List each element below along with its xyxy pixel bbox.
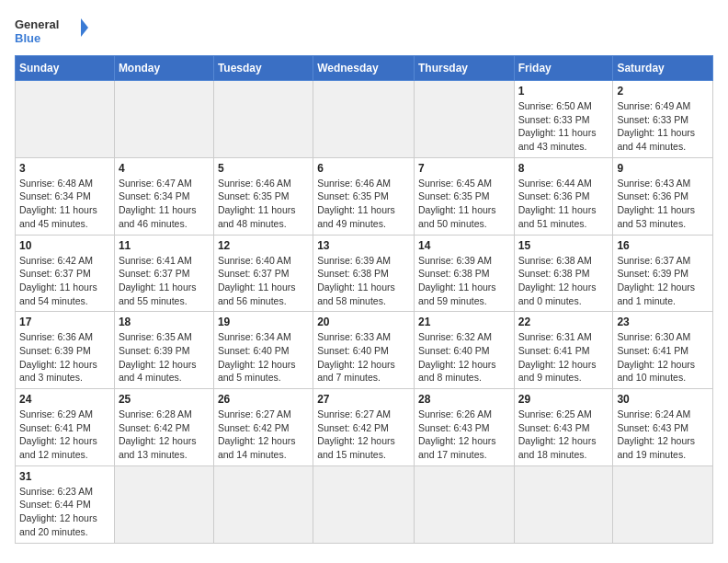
- day-number: 13: [317, 239, 410, 252]
- day-info: Sunrise: 6:46 AM Sunset: 6:35 PM Dayligh…: [218, 177, 309, 231]
- day-info: Sunrise: 6:24 AM Sunset: 6:43 PM Dayligh…: [617, 408, 709, 462]
- day-number: 16: [617, 239, 709, 252]
- day-number: 14: [418, 239, 510, 252]
- day-info: Sunrise: 6:48 AM Sunset: 6:34 PM Dayligh…: [19, 177, 110, 231]
- day-info: Sunrise: 6:39 AM Sunset: 6:38 PM Dayligh…: [317, 254, 410, 308]
- day-info: Sunrise: 6:28 AM Sunset: 6:42 PM Dayligh…: [119, 408, 210, 462]
- day-number: 3: [19, 162, 110, 175]
- day-info: Sunrise: 6:40 AM Sunset: 6:37 PM Dayligh…: [218, 254, 309, 308]
- weekday-header-sunday: Sunday: [16, 56, 115, 81]
- calendar-cell: 20Sunrise: 6:33 AM Sunset: 6:40 PM Dayli…: [313, 312, 415, 389]
- day-number: 23: [617, 316, 709, 328]
- day-number: 1: [518, 85, 609, 98]
- calendar-cell: 8Sunrise: 6:44 AM Sunset: 6:36 PM Daylig…: [514, 157, 613, 235]
- calendar-cell: 19Sunrise: 6:34 AM Sunset: 6:40 PM Dayli…: [213, 312, 313, 389]
- day-info: Sunrise: 6:46 AM Sunset: 6:35 PM Dayligh…: [317, 177, 410, 231]
- calendar-cell: 3Sunrise: 6:48 AM Sunset: 6:34 PM Daylig…: [16, 157, 115, 235]
- calendar-cell: 1Sunrise: 6:50 AM Sunset: 6:33 PM Daylig…: [514, 81, 613, 158]
- day-number: 26: [218, 393, 309, 406]
- day-info: Sunrise: 6:25 AM Sunset: 6:43 PM Dayligh…: [518, 408, 609, 462]
- day-info: Sunrise: 6:32 AM Sunset: 6:40 PM Dayligh…: [418, 330, 510, 385]
- calendar-cell: 27Sunrise: 6:27 AM Sunset: 6:42 PM Dayli…: [313, 389, 415, 466]
- day-info: Sunrise: 6:41 AM Sunset: 6:37 PM Dayligh…: [119, 254, 210, 308]
- calendar-week-1: 3Sunrise: 6:48 AM Sunset: 6:34 PM Daylig…: [16, 157, 713, 235]
- day-info: Sunrise: 6:47 AM Sunset: 6:34 PM Dayligh…: [119, 177, 210, 231]
- calendar-cell: 23Sunrise: 6:30 AM Sunset: 6:41 PM Dayli…: [613, 312, 713, 389]
- day-info: Sunrise: 6:43 AM Sunset: 6:36 PM Dayligh…: [617, 177, 709, 231]
- calendar-cell: [514, 465, 613, 543]
- day-number: 7: [418, 162, 510, 175]
- day-number: 22: [518, 316, 609, 328]
- calendar-cell: [213, 81, 313, 158]
- day-info: Sunrise: 6:45 AM Sunset: 6:35 PM Dayligh…: [418, 177, 510, 231]
- calendar-cell: 26Sunrise: 6:27 AM Sunset: 6:42 PM Dayli…: [213, 389, 313, 466]
- day-info: Sunrise: 6:31 AM Sunset: 6:41 PM Dayligh…: [518, 330, 609, 385]
- day-info: Sunrise: 6:26 AM Sunset: 6:43 PM Dayligh…: [418, 408, 510, 462]
- calendar-cell: 13Sunrise: 6:39 AM Sunset: 6:38 PM Dayli…: [313, 235, 415, 312]
- day-number: 15: [518, 239, 609, 252]
- calendar-cell: 30Sunrise: 6:24 AM Sunset: 6:43 PM Dayli…: [613, 389, 713, 466]
- calendar-cell: 6Sunrise: 6:46 AM Sunset: 6:35 PM Daylig…: [313, 157, 415, 235]
- day-info: Sunrise: 6:37 AM Sunset: 6:39 PM Dayligh…: [617, 254, 709, 308]
- calendar-cell: 17Sunrise: 6:36 AM Sunset: 6:39 PM Dayli…: [16, 312, 115, 389]
- day-info: Sunrise: 6:39 AM Sunset: 6:38 PM Dayligh…: [418, 254, 510, 308]
- generalblue-logo: General Blue: [15, 15, 88, 48]
- calendar-week-0: 1Sunrise: 6:50 AM Sunset: 6:33 PM Daylig…: [16, 81, 713, 158]
- calendar-header: SundayMondayTuesdayWednesdayThursdayFrid…: [16, 56, 713, 81]
- day-number: 6: [317, 162, 410, 175]
- page-header: General Blue: [15, 15, 713, 48]
- calendar-cell: 2Sunrise: 6:49 AM Sunset: 6:33 PM Daylig…: [613, 81, 713, 158]
- calendar-cell: 21Sunrise: 6:32 AM Sunset: 6:40 PM Dayli…: [414, 312, 514, 389]
- calendar-cell: 28Sunrise: 6:26 AM Sunset: 6:43 PM Dayli…: [414, 389, 514, 466]
- calendar-cell: 22Sunrise: 6:31 AM Sunset: 6:41 PM Dayli…: [514, 312, 613, 389]
- calendar-cell: 16Sunrise: 6:37 AM Sunset: 6:39 PM Dayli…: [613, 235, 713, 312]
- calendar-cell: 31Sunrise: 6:23 AM Sunset: 6:44 PM Dayli…: [16, 465, 115, 543]
- day-number: 20: [317, 316, 410, 328]
- day-number: 19: [218, 316, 309, 328]
- calendar-cell: 18Sunrise: 6:35 AM Sunset: 6:39 PM Dayli…: [114, 312, 213, 389]
- logo: General Blue: [15, 15, 88, 48]
- day-number: 4: [119, 162, 210, 175]
- weekday-header-thursday: Thursday: [414, 56, 514, 81]
- calendar-cell: 10Sunrise: 6:42 AM Sunset: 6:37 PM Dayli…: [16, 235, 115, 312]
- calendar-week-3: 17Sunrise: 6:36 AM Sunset: 6:39 PM Dayli…: [16, 312, 713, 389]
- day-number: 29: [518, 393, 609, 406]
- day-number: 17: [19, 316, 110, 328]
- weekday-header-friday: Friday: [514, 56, 613, 81]
- calendar-week-2: 10Sunrise: 6:42 AM Sunset: 6:37 PM Dayli…: [16, 235, 713, 312]
- day-number: 11: [119, 239, 210, 252]
- day-info: Sunrise: 6:36 AM Sunset: 6:39 PM Dayligh…: [19, 330, 110, 385]
- day-number: 9: [617, 162, 709, 175]
- day-info: Sunrise: 6:23 AM Sunset: 6:44 PM Dayligh…: [19, 485, 110, 539]
- calendar-cell: 5Sunrise: 6:46 AM Sunset: 6:35 PM Daylig…: [213, 157, 313, 235]
- calendar-cell: [114, 465, 213, 543]
- day-number: 28: [418, 393, 510, 406]
- day-number: 2: [617, 85, 709, 98]
- svg-marker-2: [81, 18, 88, 37]
- calendar-week-4: 24Sunrise: 6:29 AM Sunset: 6:41 PM Dayli…: [16, 389, 713, 466]
- calendar-cell: 24Sunrise: 6:29 AM Sunset: 6:41 PM Dayli…: [16, 389, 115, 466]
- calendar-cell: 25Sunrise: 6:28 AM Sunset: 6:42 PM Dayli…: [114, 389, 213, 466]
- calendar-cell: [414, 81, 514, 158]
- day-number: 25: [119, 393, 210, 406]
- calendar-table: SundayMondayTuesdayWednesdayThursdayFrid…: [15, 55, 713, 544]
- svg-text:Blue: Blue: [15, 31, 40, 45]
- calendar-cell: 11Sunrise: 6:41 AM Sunset: 6:37 PM Dayli…: [114, 235, 213, 312]
- day-info: Sunrise: 6:27 AM Sunset: 6:42 PM Dayligh…: [317, 408, 410, 462]
- day-number: 31: [19, 470, 110, 483]
- calendar-cell: 7Sunrise: 6:45 AM Sunset: 6:35 PM Daylig…: [414, 157, 514, 235]
- day-number: 8: [518, 162, 609, 175]
- calendar-cell: 14Sunrise: 6:39 AM Sunset: 6:38 PM Dayli…: [414, 235, 514, 312]
- day-number: 30: [617, 393, 709, 406]
- day-number: 12: [218, 239, 309, 252]
- day-number: 27: [317, 393, 410, 406]
- weekday-header-monday: Monday: [114, 56, 213, 81]
- weekday-header-saturday: Saturday: [613, 56, 713, 81]
- calendar-cell: 29Sunrise: 6:25 AM Sunset: 6:43 PM Dayli…: [514, 389, 613, 466]
- svg-text:General: General: [15, 17, 59, 31]
- day-number: 5: [218, 162, 309, 175]
- day-info: Sunrise: 6:27 AM Sunset: 6:42 PM Dayligh…: [218, 408, 309, 462]
- calendar-cell: [313, 81, 415, 158]
- calendar-cell: [16, 81, 115, 158]
- calendar-cell: [313, 465, 415, 543]
